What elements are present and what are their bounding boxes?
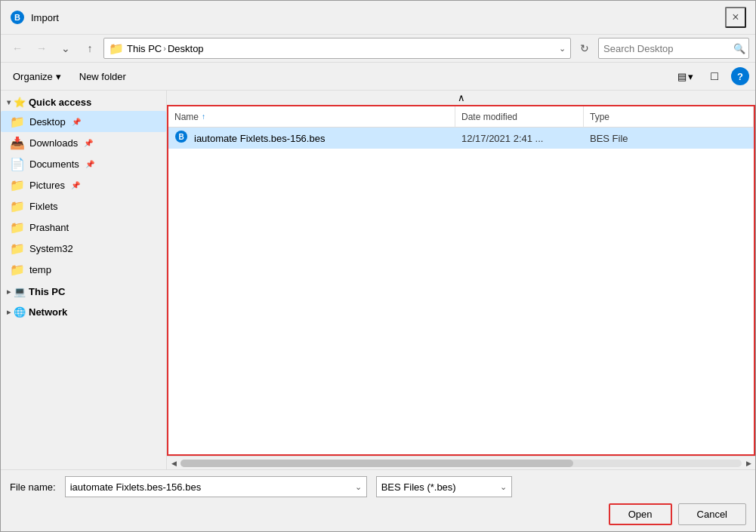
filetype-select[interactable]: BES Files (*.bes) ⌄: [376, 476, 512, 497]
file-date-value: 12/17/2021 2:41 ...: [461, 133, 543, 144]
header-name[interactable]: Name ↑: [168, 106, 455, 128]
refresh-button[interactable]: ↻: [574, 38, 595, 59]
thispc-expand-icon: ▸: [7, 288, 11, 296]
header-name-label: Name: [174, 112, 199, 122]
address-chevron-icon[interactable]: ⌄: [559, 44, 566, 54]
documents-icon: 📄: [10, 157, 25, 171]
sidebar-item-fixlets[interactable]: 📁 Fixlets: [1, 195, 166, 217]
sidebar-item-temp-label: temp: [29, 264, 51, 275]
file-date-cell: 12/17/2021 2:41 ...: [455, 128, 584, 149]
bottom-bar: File name: ⌄ BES Files (*.bes) ⌄ Open Ca…: [1, 469, 755, 531]
file-item-bes[interactable]: B iautomate Fixlets.bes-156.bes 12/17/20…: [168, 128, 754, 149]
sidebar-item-documents[interactable]: 📄 Documents 📌: [1, 153, 166, 174]
help-button[interactable]: ?: [731, 67, 749, 85]
cancel-button[interactable]: Cancel: [678, 503, 746, 525]
organize-button[interactable]: Organize ▾: [7, 69, 67, 85]
sidebar-item-prashant[interactable]: 📁 Prashant: [1, 217, 166, 238]
path-part1: This PC: [127, 43, 162, 54]
filename-row: File name: ⌄ BES Files (*.bes) ⌄: [10, 476, 746, 497]
nav-dropdown-button[interactable]: ⌄: [55, 38, 76, 59]
sidebar: ▾ ⭐ Quick access 📁 Desktop 📌 📥 Downloads…: [1, 91, 167, 469]
filetype-chevron-icon: ⌄: [500, 482, 507, 492]
collapse-arrow-icon: ∧: [458, 92, 465, 103]
path-sep1: ›: [163, 44, 166, 53]
prashant-icon: 📁: [10, 220, 25, 235]
h-scroll-right-button[interactable]: ▶: [742, 457, 755, 470]
header-type-label: Type: [590, 112, 609, 122]
svg-text:B: B: [178, 133, 184, 141]
bes-file-icon: B: [174, 130, 188, 146]
fixlets-icon: 📁: [10, 199, 25, 214]
expand-icon: ▾: [7, 98, 11, 106]
pin-icon-pictures: 📌: [71, 181, 80, 189]
sidebar-item-pictures[interactable]: 📁 Pictures 📌: [1, 174, 166, 195]
folder-icon: 📁: [109, 42, 124, 56]
back-button[interactable]: ←: [7, 38, 28, 59]
sidebar-group-thispc[interactable]: ▸ 💻 This PC: [1, 283, 166, 300]
collapse-arrow[interactable]: ∧: [167, 91, 755, 105]
search-input[interactable]: [603, 43, 730, 54]
file-type-cell: BES File: [584, 128, 754, 149]
file-name-label: iautomate Fixlets.bes-156.bes: [194, 133, 325, 144]
temp-icon: 📁: [10, 263, 25, 277]
h-scroll-left-button[interactable]: ◀: [167, 457, 181, 470]
desktop-folder-icon: 📁: [10, 115, 25, 129]
quick-access-label: Quick access: [29, 97, 91, 108]
address-path: This PC › Desktop: [127, 43, 556, 54]
network-expand-icon: ▸: [7, 308, 11, 316]
sidebar-item-downloads-label: Downloads: [29, 137, 78, 149]
header-type[interactable]: Type: [584, 106, 754, 128]
dialog-title: Import: [31, 12, 719, 23]
network-label: Network: [29, 306, 67, 318]
forward-button[interactable]: →: [31, 38, 52, 59]
search-bar[interactable]: 🔍: [598, 38, 749, 59]
organize-label: Organize: [13, 71, 53, 82]
sidebar-item-pictures-label: Pictures: [29, 180, 65, 191]
sidebar-item-downloads[interactable]: 📥 Downloads 📌: [1, 132, 166, 153]
sidebar-section-thispc: ▸ 💻 This PC: [1, 283, 166, 300]
new-folder-button[interactable]: New folder: [73, 69, 132, 85]
up-button[interactable]: ↑: [79, 38, 100, 59]
sidebar-item-system32-label: System32: [29, 243, 73, 254]
address-bar[interactable]: 📁 This PC › Desktop ⌄: [103, 38, 571, 59]
sidebar-group-network[interactable]: ▸ 🌐 Network: [1, 303, 166, 321]
header-date-label: Date modified: [461, 112, 517, 122]
filetype-label: BES Files (*.bes): [381, 481, 497, 493]
filename-input-container[interactable]: ⌄: [65, 476, 367, 497]
organize-chevron-icon: ▾: [56, 71, 61, 82]
filename-label: File name:: [10, 481, 56, 493]
pin-icon: 📌: [72, 118, 81, 126]
sidebar-item-system32[interactable]: 📁 System32: [1, 238, 166, 259]
filename-input[interactable]: [70, 481, 352, 493]
close-button[interactable]: ×: [725, 7, 746, 28]
sidebar-group-quick-access[interactable]: ▾ ⭐ Quick access: [1, 94, 166, 111]
file-list-header: Name ↑ Date modified Type: [168, 106, 754, 128]
search-icon: 🔍: [733, 43, 745, 54]
file-list-container: Name ↑ Date modified Type: [167, 105, 755, 456]
header-date-modified[interactable]: Date modified: [455, 106, 584, 128]
main-area: ▾ ⭐ Quick access 📁 Desktop 📌 📥 Downloads…: [1, 91, 755, 469]
h-scroll-track[interactable]: [181, 460, 742, 467]
sidebar-item-desktop[interactable]: 📁 Desktop 📌: [1, 111, 166, 132]
sidebar-section-quick-access: ▾ ⭐ Quick access 📁 Desktop 📌 📥 Downloads…: [1, 94, 166, 280]
file-area: ∧ Name ↑ Date modified Type: [167, 91, 755, 469]
app-icon: B: [10, 10, 25, 25]
file-list: B iautomate Fixlets.bes-156.bes 12/17/20…: [168, 128, 754, 454]
open-button[interactable]: Open: [609, 503, 672, 525]
sidebar-item-temp[interactable]: 📁 temp: [1, 259, 166, 280]
view-icon: ▤: [677, 71, 687, 82]
system32-icon: 📁: [10, 241, 25, 256]
pane-button[interactable]: □: [704, 66, 725, 87]
view-button[interactable]: ▤ ▾: [673, 69, 698, 85]
sidebar-item-fixlets-label: Fixlets: [29, 201, 58, 212]
filename-chevron-icon[interactable]: ⌄: [355, 482, 362, 492]
view-chevron-icon: ▾: [688, 71, 693, 82]
sidebar-item-desktop-label: Desktop: [29, 116, 66, 128]
path-part2: Desktop: [168, 43, 204, 54]
nav-bar: ← → ⌄ ↑ 📁 This PC › Desktop ⌄ ↻ 🔍: [1, 35, 755, 63]
buttons-row: Open Cancel: [10, 503, 746, 525]
downloads-icon: 📥: [10, 136, 25, 150]
header-name-sort-icon: ↑: [202, 112, 205, 121]
import-dialog: B Import × ← → ⌄ ↑ 📁 This PC › Desktop ⌄…: [0, 0, 756, 532]
svg-text:B: B: [14, 13, 20, 22]
